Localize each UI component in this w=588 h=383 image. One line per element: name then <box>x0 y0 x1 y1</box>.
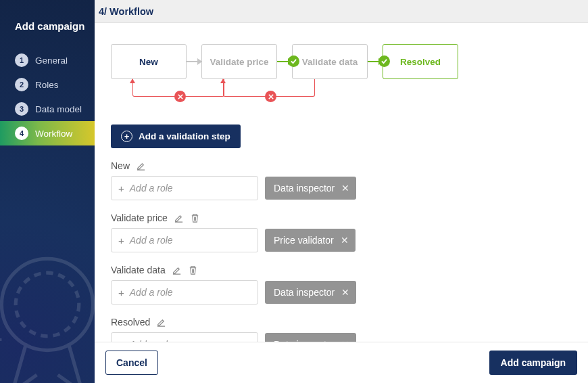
workflow-diagram: New Validate price Validate data Resolve… <box>111 41 572 115</box>
add-campaign-button[interactable]: Add campaign <box>489 351 577 375</box>
remove-role-icon[interactable]: ✕ <box>341 288 349 297</box>
plus-circle-icon: + <box>121 131 132 142</box>
success-icon <box>288 55 299 67</box>
placeholder: Add a role <box>130 235 173 246</box>
ribbon-decor-icon <box>0 234 95 383</box>
sidebar-title: Add campaign <box>0 0 95 48</box>
failure-icon <box>265 91 276 102</box>
step-label: Roles <box>35 80 59 90</box>
chip-label: Data inspector <box>274 287 335 298</box>
step-number: 3 <box>15 102 28 116</box>
role-chip: Data inspector ✕ <box>265 177 356 200</box>
placeholder: Add a role <box>130 183 173 194</box>
sidebar: Add campaign 1 General 2 Roles 3 Data mo… <box>0 0 95 383</box>
success-icon <box>378 55 390 67</box>
step-general[interactable]: 1 General <box>0 48 95 72</box>
step-block-validate-data: Validate data + Add a role Data inspecto… <box>111 265 572 305</box>
step-label: Data model <box>35 104 82 114</box>
add-role-input[interactable]: + Add a role <box>111 332 258 342</box>
step-name: Resolved <box>111 317 150 328</box>
svg-point-0 <box>1 258 93 350</box>
plus-icon: + <box>118 235 124 246</box>
step-data-model[interactable]: 3 Data model <box>0 97 95 121</box>
delete-icon[interactable] <box>188 265 198 275</box>
remove-role-icon[interactable]: ✕ <box>341 340 349 342</box>
wf-node-new[interactable]: New <box>111 44 187 79</box>
step-block-resolved: Resolved + Add a role Data inspector ✕ <box>111 317 572 342</box>
chip-label: Data inspector <box>274 183 335 194</box>
page-header: 4/ Workflow <box>95 0 588 23</box>
step-block-validate-price: Validate price + Add a role Price valida… <box>111 212 572 252</box>
step-roles[interactable]: 2 Roles <box>0 72 95 97</box>
placeholder: Add a role <box>130 287 173 298</box>
add-step-label: Add a validation step <box>139 131 230 141</box>
svg-point-1 <box>16 273 79 336</box>
delete-icon[interactable] <box>190 213 200 223</box>
content: New Validate price Validate data Resolve… <box>95 23 588 342</box>
step-workflow[interactable]: 4 Workflow <box>0 121 95 145</box>
step-number: 2 <box>15 78 28 91</box>
step-number: 1 <box>15 53 28 67</box>
add-role-input[interactable]: + Add a role <box>111 280 258 305</box>
edit-icon[interactable] <box>172 265 182 275</box>
edit-icon[interactable] <box>174 213 184 223</box>
step-number: 4 <box>15 127 28 140</box>
wf-node-resolved[interactable]: Resolved <box>383 44 458 79</box>
wf-edge-new-to-vprice <box>187 61 201 62</box>
role-chip: Data inspector ✕ <box>265 333 356 342</box>
role-chip: Data inspector ✕ <box>265 281 356 304</box>
plus-icon: + <box>118 288 124 298</box>
wizard-steps: 1 General 2 Roles 3 Data model 4 Workflo… <box>0 48 95 145</box>
cancel-button[interactable]: Cancel <box>105 351 158 375</box>
footer: Cancel Add campaign <box>95 342 588 383</box>
add-role-input[interactable]: + Add a role <box>111 176 258 200</box>
wf-node-validate-data[interactable]: Validate data <box>292 44 368 79</box>
page-title: 4/ Workflow <box>99 6 153 17</box>
role-chip: Price validator ✕ <box>265 229 356 252</box>
step-block-new: New + Add a role Data inspector ✕ <box>111 160 572 200</box>
step-label: Workflow <box>35 129 72 139</box>
failure-icon <box>174 91 186 102</box>
step-label: General <box>35 55 68 66</box>
step-name: New <box>111 160 130 171</box>
remove-role-icon[interactable]: ✕ <box>341 183 349 193</box>
edit-icon[interactable] <box>136 161 146 171</box>
step-name: Validate price <box>111 212 168 223</box>
remove-role-icon[interactable]: ✕ <box>341 235 349 245</box>
add-role-input[interactable]: + Add a role <box>111 228 258 252</box>
main: 4/ Workflow New Validate price Validate … <box>95 0 588 383</box>
add-validation-step-button[interactable]: + Add a validation step <box>111 125 241 148</box>
plus-icon: + <box>118 183 124 194</box>
step-name: Validate data <box>111 265 166 275</box>
chip-label: Price validator <box>274 235 334 246</box>
wf-node-validate-price[interactable]: Validate price <box>201 44 277 79</box>
edit-icon[interactable] <box>156 317 166 328</box>
